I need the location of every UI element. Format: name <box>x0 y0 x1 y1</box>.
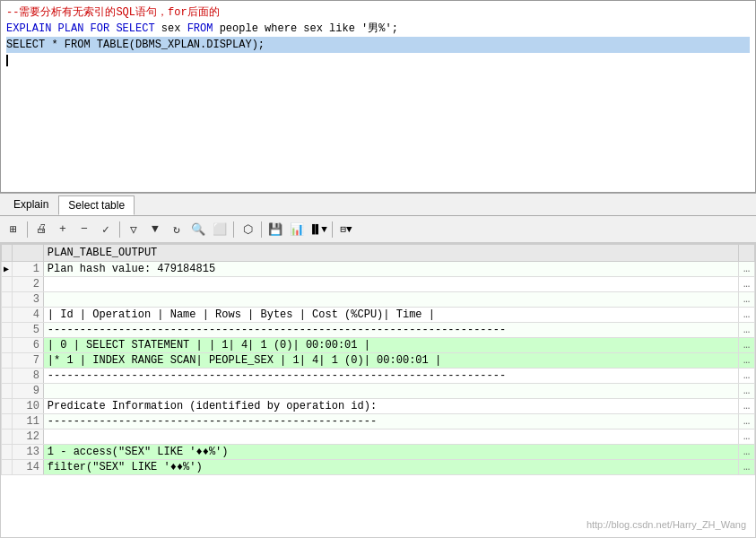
results-table: PLAN_TABLE_OUTPUT ▶1Plan hash value: 479… <box>1 244 755 475</box>
bar-chart2-icon: ▐▌▼ <box>309 224 327 235</box>
tab-explain[interactable]: Explain <box>4 195 58 214</box>
sep1 <box>27 221 28 238</box>
row-marker <box>2 384 13 399</box>
row-marker <box>2 353 13 369</box>
chart-icon: ⬡ <box>243 222 253 237</box>
row-marker <box>2 414 13 430</box>
row-expand[interactable]: … <box>739 353 755 369</box>
row-number: 13 <box>13 445 44 460</box>
row-marker <box>2 323 13 338</box>
row-marker <box>2 430 13 445</box>
filter-down2-btn[interactable]: ▼ <box>145 220 165 239</box>
row-number: 6 <box>13 338 44 353</box>
comment-line: --需要分析有无索引的SQL语句，for后面的 <box>6 4 750 21</box>
sql-line-highlight: SELECT * FROM TABLE(DBMS_XPLAN.DISPLAY); <box>6 37 750 53</box>
row-marker <box>2 460 13 475</box>
row-expand[interactable]: … <box>739 292 755 308</box>
sql-table: people <box>220 22 258 35</box>
remove-btn[interactable]: − <box>74 220 94 239</box>
table-row: 5---------------------------------------… <box>2 323 755 338</box>
print-btn[interactable]: 🖨 <box>31 220 51 239</box>
row-expand[interactable]: … <box>739 308 755 323</box>
row-content: ----------------------------------------… <box>43 414 738 430</box>
search-btn[interactable]: 🔍 <box>188 220 208 239</box>
check-icon: ✓ <box>102 222 109 237</box>
row-number: 14 <box>13 460 44 475</box>
table-row: 2… <box>2 277 755 292</box>
table-row: ▶1Plan hash value: 479184815… <box>2 262 755 277</box>
refresh-icon: ↻ <box>173 222 180 237</box>
row-expand[interactable]: … <box>739 445 755 460</box>
col-num <box>13 245 44 262</box>
row-marker <box>2 399 13 414</box>
sql-editor[interactable]: --需要分析有无索引的SQL语句，for后面的 EXPLAIN PLAN FOR… <box>0 0 756 193</box>
sep5 <box>332 221 333 238</box>
row-number: 4 <box>13 308 44 323</box>
table-row: 7|* 1 | INDEX RANGE SCAN| PEOPLE_SEX | 1… <box>2 353 755 369</box>
chart-btn[interactable]: ⬡ <box>238 220 257 239</box>
filter-down-icon: ▽ <box>130 222 137 237</box>
row-number: 8 <box>13 369 44 384</box>
save-btn[interactable]: 💾 <box>265 220 285 239</box>
row-content <box>43 384 738 399</box>
bar-chart-icon: 📊 <box>290 222 304 237</box>
row-number: 2 <box>13 277 44 292</box>
row-number: 9 <box>13 384 44 399</box>
row-expand[interactable]: … <box>739 430 755 445</box>
filter-down2-icon: ▼ <box>152 222 159 236</box>
sql-line-2: SELECT * FROM TABLE(DBMS_XPLAN.DISPLAY); <box>6 37 750 53</box>
table-row: 9… <box>2 384 755 399</box>
row-marker <box>2 338 13 353</box>
results-area[interactable]: PLAN_TABLE_OUTPUT ▶1Plan hash value: 479… <box>0 243 756 538</box>
row-marker: ▶ <box>2 262 13 277</box>
cursor <box>6 55 8 66</box>
sep2 <box>119 221 120 238</box>
grid-icon-btn[interactable]: ⊞ <box>4 220 23 239</box>
col-marker <box>2 245 13 262</box>
row-expand[interactable]: … <box>739 369 755 384</box>
row-expand[interactable]: … <box>739 384 755 399</box>
row-expand[interactable]: … <box>739 338 755 353</box>
table-row: 14 filter("SEX" LIKE '♦♦%')… <box>2 460 755 475</box>
search-icon: 🔍 <box>191 222 205 237</box>
col-expand <box>739 245 755 262</box>
refresh-btn[interactable]: ↻ <box>167 220 187 239</box>
row-expand[interactable]: … <box>739 277 755 292</box>
row-expand[interactable]: … <box>739 460 755 475</box>
bar-chart-btn[interactable]: 📊 <box>287 220 307 239</box>
row-expand[interactable]: … <box>739 414 755 430</box>
row-number: 1 <box>13 262 44 277</box>
add-btn[interactable]: + <box>53 220 73 239</box>
filter-down-btn[interactable]: ▽ <box>124 220 143 239</box>
row-content: ----------------------------------------… <box>43 369 738 384</box>
eraser-btn[interactable]: ⬜ <box>210 220 230 239</box>
row-marker <box>2 308 13 323</box>
sep3 <box>233 221 234 238</box>
row-content: filter("SEX" LIKE '♦♦%') <box>43 460 738 475</box>
row-number: 11 <box>13 414 44 430</box>
row-content: ----------------------------------------… <box>43 323 738 338</box>
minus-icon: − <box>81 222 88 236</box>
grid2-btn[interactable]: ⊟▼ <box>336 220 356 239</box>
row-number: 10 <box>13 399 44 414</box>
row-expand[interactable]: … <box>739 323 755 338</box>
col-output: PLAN_TABLE_OUTPUT <box>43 245 738 262</box>
row-content: |* 1 | INDEX RANGE SCAN| PEOPLE_SEX | 1|… <box>43 353 738 369</box>
row-marker <box>2 369 13 384</box>
row-content <box>43 430 738 445</box>
table-row: 4| Id | Operation | Name | Rows | Bytes … <box>2 308 755 323</box>
tab-select-table[interactable]: Select table <box>58 195 135 215</box>
save-icon: 💾 <box>268 222 282 237</box>
confirm-btn[interactable]: ✓ <box>96 220 116 239</box>
row-expand[interactable]: … <box>739 399 755 414</box>
sql-where: where sex like '男%'; <box>258 22 398 35</box>
bar-chart2-btn[interactable]: ▐▌▼ <box>308 220 328 239</box>
row-expand[interactable]: … <box>739 262 755 277</box>
row-arrow-icon: ▶ <box>4 265 9 274</box>
eraser-icon: ⬜ <box>213 222 227 237</box>
watermark: http://blog.csdn.net/Harry_ZH_Wang <box>587 519 746 530</box>
sql-from: FROM <box>180 22 219 35</box>
sep4 <box>261 221 262 238</box>
sql-line-1: EXPLAIN PLAN FOR SELECT sex FROM people … <box>6 21 750 37</box>
row-number: 7 <box>13 353 44 369</box>
